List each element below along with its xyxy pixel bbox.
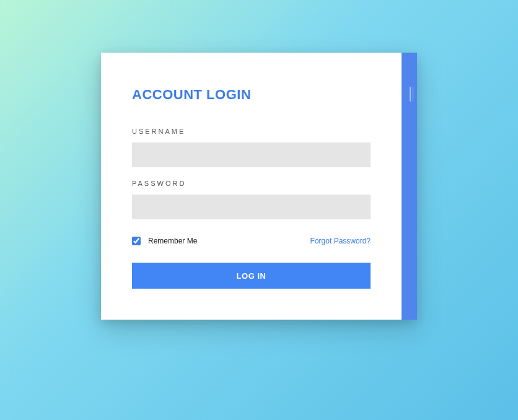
login-card: ACCOUNT LOGIN USERNAME PASSWORD Remember… — [101, 53, 417, 320]
forgot-password-link[interactable]: Forgot Password? — [310, 237, 371, 245]
login-content: ACCOUNT LOGIN USERNAME PASSWORD Remember… — [101, 53, 402, 320]
password-label: PASSWORD — [132, 180, 371, 187]
drag-handle-icon — [410, 87, 413, 102]
remember-me-checkbox[interactable] — [132, 237, 141, 245]
remember-me-wrap: Remember Me — [132, 237, 197, 245]
remember-me-label: Remember Me — [148, 237, 197, 245]
username-label: USERNAME — [132, 128, 371, 135]
side-panel-toggle[interactable] — [402, 53, 417, 320]
username-input[interactable] — [132, 142, 371, 167]
login-title: ACCOUNT LOGIN — [132, 87, 371, 103]
login-options-row: Remember Me Forgot Password? — [132, 237, 371, 245]
login-button[interactable]: LOG IN — [132, 263, 371, 289]
password-input[interactable] — [132, 195, 371, 219]
